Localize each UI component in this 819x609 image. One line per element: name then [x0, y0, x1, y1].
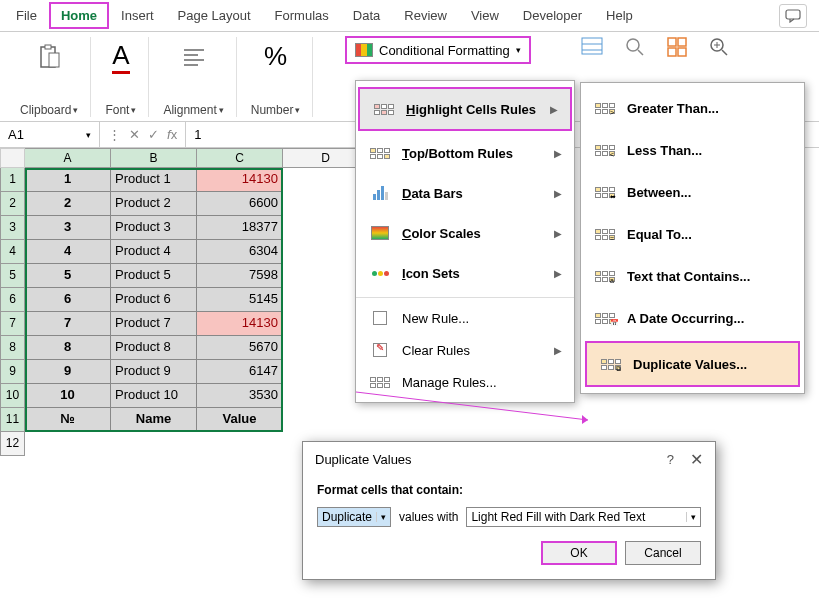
row-header[interactable]: 2: [0, 192, 25, 216]
tab-file[interactable]: File: [4, 2, 49, 29]
menu-item[interactable]: a Text that Contains...: [581, 255, 804, 297]
menu-item[interactable]: Highlight Cells Rules ▶: [358, 87, 572, 131]
cell[interactable]: 4: [25, 240, 111, 264]
cell[interactable]: Product 2: [111, 192, 197, 216]
menu-item[interactable]: Manage Rules...: [356, 366, 574, 398]
conditional-formatting-icon: [355, 43, 373, 57]
col-header-b[interactable]: B: [111, 148, 197, 168]
tab-formulas[interactable]: Formulas: [263, 2, 341, 29]
cell[interactable]: 18377: [197, 216, 283, 240]
cell[interactable]: 9: [25, 360, 111, 384]
menu-item[interactable]: < Less Than...: [581, 129, 804, 171]
enter-icon[interactable]: ✓: [148, 127, 159, 142]
row-header[interactable]: 6: [0, 288, 25, 312]
row-header[interactable]: 1: [0, 168, 25, 192]
cell[interactable]: Product 5: [111, 264, 197, 288]
menu-item[interactable]: ✎ Clear Rules ▶: [356, 334, 574, 366]
menu-item[interactable]: 📅 A Date Occurring...: [581, 297, 804, 339]
group-font[interactable]: A Font▾: [93, 37, 149, 117]
cell[interactable]: 7: [25, 312, 111, 336]
cell[interactable]: 6600: [197, 192, 283, 216]
analyze-icon[interactable]: [708, 36, 730, 63]
select-all-corner[interactable]: [0, 148, 25, 168]
group-alignment[interactable]: Alignment▾: [151, 37, 236, 117]
cell[interactable]: 14130: [197, 312, 283, 336]
menu-item[interactable]: ⧉ Duplicate Values...: [585, 341, 800, 387]
svg-rect-3: [49, 53, 59, 67]
row-header[interactable]: 5: [0, 264, 25, 288]
col-header-c[interactable]: C: [197, 148, 283, 168]
ok-button[interactable]: OK: [541, 541, 617, 565]
cell[interactable]: 3530: [197, 384, 283, 408]
formula-input[interactable]: 1: [186, 127, 209, 142]
cell[interactable]: 5670: [197, 336, 283, 360]
row-header[interactable]: 9: [0, 360, 25, 384]
cell[interactable]: 5145: [197, 288, 283, 312]
conditional-formatting-button[interactable]: Conditional Formatting ▾: [345, 36, 531, 64]
clipboard-icon: [35, 37, 63, 77]
format-table-icon[interactable]: [580, 36, 604, 63]
cell[interactable]: Product 7: [111, 312, 197, 336]
col-header-a[interactable]: A: [25, 148, 111, 168]
cell[interactable]: Name: [111, 408, 197, 432]
cell[interactable]: №: [25, 408, 111, 432]
menu-item[interactable]: > Greater Than...: [581, 87, 804, 129]
dropdown-icon[interactable]: ⋮: [108, 127, 121, 142]
search-icon[interactable]: [624, 36, 646, 63]
cancel-icon[interactable]: ✕: [129, 127, 140, 142]
cell[interactable]: 1: [25, 168, 111, 192]
row-header[interactable]: 11: [0, 408, 25, 432]
tab-data[interactable]: Data: [341, 2, 392, 29]
menu-item[interactable]: ⬌ Between...: [581, 171, 804, 213]
cell[interactable]: Product 3: [111, 216, 197, 240]
tab-review[interactable]: Review: [392, 2, 459, 29]
cell[interactable]: 5: [25, 264, 111, 288]
cancel-button[interactable]: Cancel: [625, 541, 701, 565]
duplicate-combo[interactable]: Duplicate▾: [317, 507, 391, 527]
cell[interactable]: 10: [25, 384, 111, 408]
row-header[interactable]: 7: [0, 312, 25, 336]
tab-developer[interactable]: Developer: [511, 2, 594, 29]
row-header[interactable]: 8: [0, 336, 25, 360]
group-clipboard[interactable]: Clipboard▾: [8, 37, 91, 117]
tab-help[interactable]: Help: [594, 2, 645, 29]
tab-home[interactable]: Home: [49, 2, 109, 29]
group-number[interactable]: % Number▾: [239, 37, 314, 117]
name-box[interactable]: A1▾: [0, 122, 100, 147]
cell[interactable]: 14130: [197, 168, 283, 192]
close-icon[interactable]: ✕: [690, 450, 703, 469]
row-header[interactable]: 10: [0, 384, 25, 408]
help-icon[interactable]: ?: [667, 452, 674, 467]
cell[interactable]: 6: [25, 288, 111, 312]
fx-icon[interactable]: fx: [167, 127, 177, 142]
menu-item[interactable]: Color Scales ▶: [356, 213, 574, 253]
cell[interactable]: 6304: [197, 240, 283, 264]
cell[interactable]: Value: [197, 408, 283, 432]
comments-button[interactable]: [779, 4, 807, 28]
cell[interactable]: 2: [25, 192, 111, 216]
cell[interactable]: 6147: [197, 360, 283, 384]
addins-icon[interactable]: [666, 36, 688, 63]
menu-item[interactable]: Top/Bottom Rules ▶: [356, 133, 574, 173]
cell[interactable]: Product 9: [111, 360, 197, 384]
tab-page-layout[interactable]: Page Layout: [166, 2, 263, 29]
menu-item[interactable]: = Equal To...: [581, 213, 804, 255]
tab-insert[interactable]: Insert: [109, 2, 166, 29]
cell[interactable]: 7598: [197, 264, 283, 288]
cell[interactable]: 3: [25, 216, 111, 240]
row-header[interactable]: 3: [0, 216, 25, 240]
cell[interactable]: Product 6: [111, 288, 197, 312]
cell[interactable]: Product 1: [111, 168, 197, 192]
cell[interactable]: Product 8: [111, 336, 197, 360]
menu-item[interactable]: Data Bars ▶: [356, 173, 574, 213]
tab-view[interactable]: View: [459, 2, 511, 29]
cell[interactable]: 8: [25, 336, 111, 360]
cell[interactable]: Product 10: [111, 384, 197, 408]
cell[interactable]: Product 4: [111, 240, 197, 264]
row-header[interactable]: 4: [0, 240, 25, 264]
format-combo[interactable]: Light Red Fill with Dark Red Text▾: [466, 507, 701, 527]
chevron-right-icon: ▶: [554, 228, 562, 239]
row-header[interactable]: 12: [0, 432, 25, 456]
menu-item[interactable]: New Rule...: [356, 302, 574, 334]
menu-item[interactable]: Icon Sets ▶: [356, 253, 574, 293]
